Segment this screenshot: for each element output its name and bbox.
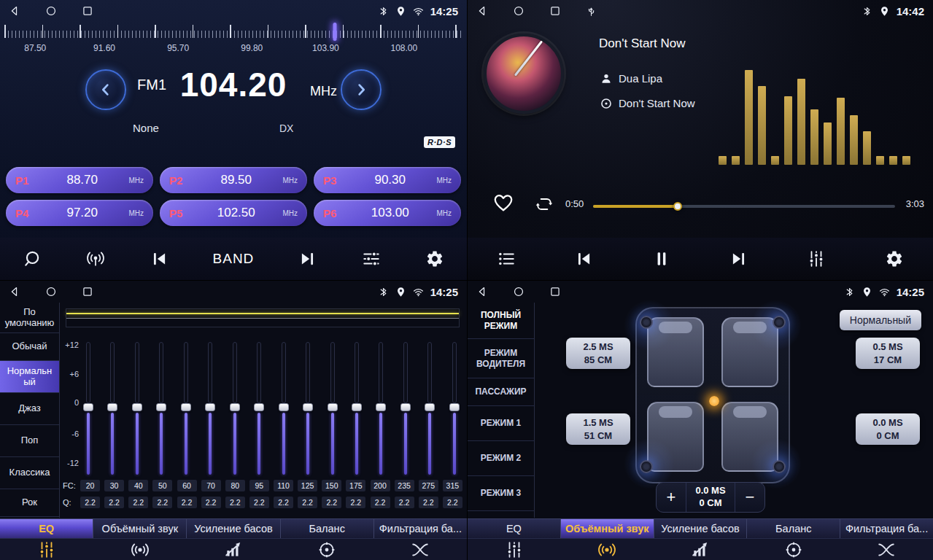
recents-icon[interactable] — [549, 5, 561, 17]
eq-band-slider[interactable] — [305, 342, 311, 476]
slider-handle[interactable] — [156, 403, 166, 411]
mode-passenger[interactable]: ПАССАЖИР — [468, 378, 534, 406]
balance-icon[interactable] — [280, 539, 373, 560]
eq-band-slider[interactable] — [452, 342, 457, 476]
slider-handle[interactable] — [107, 403, 117, 411]
eq-preset-default[interactable]: По умолчанию — [0, 303, 59, 333]
delay-rear-right[interactable]: 0.0 MS 0 CM — [856, 413, 920, 445]
slider-handle[interactable] — [254, 403, 264, 411]
delay-front-right[interactable]: 0.5 MS 17 CM — [856, 338, 920, 369]
recents-icon[interactable] — [549, 286, 561, 298]
slider-handle[interactable] — [205, 403, 215, 411]
eq-sliders-icon[interactable] — [0, 539, 93, 560]
eq-sliders-icon[interactable] — [468, 539, 561, 560]
mode-driver[interactable]: РЕЖИМ ВОДИТЕЛЯ — [468, 339, 534, 378]
balance-icon[interactable] — [747, 539, 840, 560]
preset-button-p4[interactable]: P4 97.20 MHz — [6, 200, 153, 226]
tab-surround[interactable]: Объёмный звук — [93, 519, 187, 538]
listening-position-dot[interactable] — [709, 396, 719, 406]
tab-filter[interactable]: Фильтрация ба... — [374, 519, 467, 538]
slider-handle[interactable] — [181, 403, 191, 411]
home-icon[interactable] — [513, 286, 524, 298]
eq-band-slider[interactable] — [207, 342, 213, 476]
back-icon[interactable] — [476, 5, 488, 17]
eq-preset-rock[interactable]: Рок — [0, 489, 59, 517]
home-icon[interactable] — [45, 286, 57, 298]
eq-band-slider[interactable] — [378, 342, 384, 476]
slider-handle[interactable] — [303, 403, 313, 411]
eq-preset-classic[interactable]: Классика — [0, 457, 59, 489]
eq-band-slider[interactable] — [281, 342, 287, 476]
back-icon[interactable] — [9, 5, 20, 17]
recents-icon[interactable] — [82, 5, 93, 17]
favorite-heart-icon[interactable] — [492, 192, 514, 214]
eq-band-slider[interactable] — [330, 342, 336, 476]
slider-handle[interactable] — [328, 403, 338, 411]
eq-band-slider[interactable] — [232, 342, 238, 476]
search-icon[interactable] — [23, 249, 42, 268]
tune-up-button[interactable] — [341, 69, 382, 110]
slider-handle[interactable] — [425, 403, 435, 411]
preset-button-p6[interactable]: P6 103.00 MHz — [314, 200, 461, 226]
settings-gear-icon[interactable] — [885, 249, 904, 268]
slider-handle[interactable] — [352, 403, 362, 411]
surround-sound-icon[interactable] — [93, 539, 187, 560]
mixer-sliders-icon[interactable] — [807, 249, 826, 268]
back-icon[interactable] — [9, 286, 20, 298]
mode-1[interactable]: РЕЖИМ 1 — [468, 406, 534, 441]
scan-broadcast-icon[interactable] — [86, 249, 105, 268]
bass-boost-icon[interactable] — [187, 539, 280, 560]
tab-eq[interactable]: EQ — [0, 519, 93, 538]
progress-bar[interactable] — [593, 205, 895, 208]
eq-band-slider[interactable] — [85, 342, 91, 476]
mode-full[interactable]: ПОЛНЫЙ РЕЖИМ — [468, 303, 534, 339]
preset-button-p5[interactable]: P5 102.50 MHz — [160, 200, 307, 226]
pause-icon[interactable] — [652, 249, 671, 268]
mode-3[interactable]: РЕЖИМ 3 — [468, 476, 534, 511]
eq-preset-normal[interactable]: Нормальный — [0, 361, 59, 393]
mode-2[interactable]: РЕЖИМ 2 — [468, 441, 534, 476]
slider-handle[interactable] — [83, 403, 93, 411]
slider-handle[interactable] — [132, 403, 142, 411]
eq-band-slider[interactable] — [183, 342, 189, 476]
eq-band-slider[interactable] — [256, 342, 262, 476]
home-icon[interactable] — [513, 5, 524, 17]
eq-preset-custom[interactable]: Обычай — [0, 333, 59, 361]
crossover-filter-icon[interactable] — [840, 539, 933, 560]
delay-rear-left[interactable]: 1.5 MS 51 CM — [566, 413, 630, 445]
eq-preset-pop[interactable]: Поп — [0, 425, 59, 457]
slider-handle[interactable] — [449, 403, 460, 411]
progress-knob[interactable] — [673, 202, 682, 211]
tab-eq[interactable]: EQ — [468, 519, 561, 538]
tab-bass-boost[interactable]: Усиление басов — [187, 519, 280, 538]
tab-balance[interactable]: Баланс — [747, 519, 840, 538]
tune-sliders-icon[interactable] — [362, 249, 381, 268]
tune-down-button[interactable] — [85, 69, 126, 110]
delay-front-left[interactable]: 2.5 MS 85 CM — [566, 338, 630, 369]
prev-track-icon[interactable] — [150, 249, 169, 268]
back-icon[interactable] — [476, 286, 488, 298]
recents-icon[interactable] — [82, 286, 93, 298]
prev-track-icon[interactable] — [574, 249, 593, 268]
band-button[interactable]: BAND — [213, 251, 255, 267]
settings-gear-icon[interactable] — [425, 249, 444, 268]
eq-band-slider[interactable] — [403, 342, 409, 476]
next-track-icon[interactable] — [298, 249, 317, 268]
eq-preset-jazz[interactable]: Джаз — [0, 393, 59, 425]
delay-decrease-button[interactable]: − — [735, 489, 764, 505]
bass-boost-icon[interactable] — [654, 539, 747, 560]
preset-button-p1[interactable]: P1 88.70 MHz — [6, 167, 153, 193]
eq-band-slider[interactable] — [354, 342, 360, 476]
frequency-ruler[interactable] — [3, 23, 464, 42]
tuning-pointer[interactable] — [333, 23, 337, 41]
slider-handle[interactable] — [400, 403, 411, 411]
tab-surround[interactable]: Объёмный звук — [561, 519, 654, 538]
slider-handle[interactable] — [279, 403, 289, 411]
surround-sound-icon[interactable] — [561, 539, 654, 560]
eq-band-slider[interactable] — [109, 342, 115, 476]
slider-handle[interactable] — [376, 403, 386, 411]
next-track-icon[interactable] — [729, 249, 748, 268]
eq-band-slider[interactable] — [134, 342, 140, 476]
crossover-filter-icon[interactable] — [373, 539, 467, 560]
repeat-icon[interactable] — [535, 195, 554, 214]
